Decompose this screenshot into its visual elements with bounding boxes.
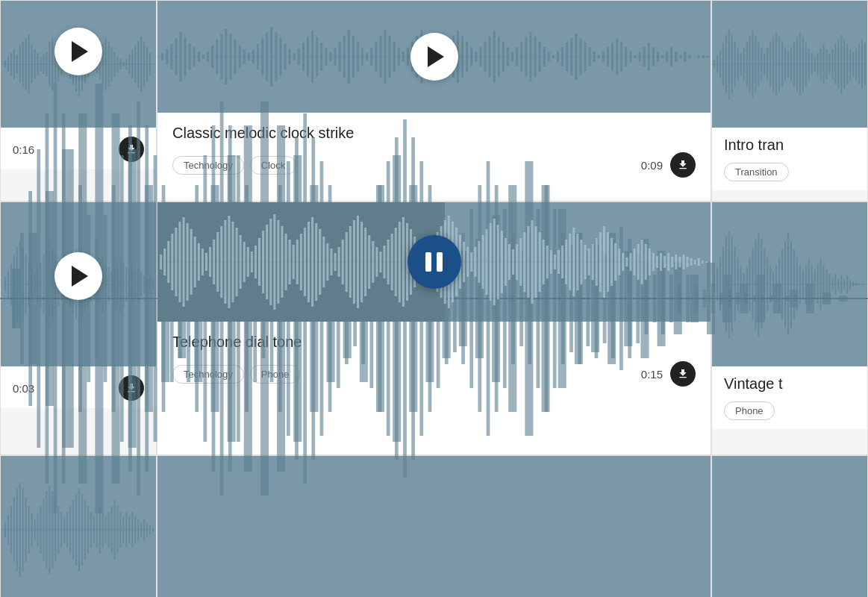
play-icon-r1-left [72, 41, 88, 62]
play-button-r2-left[interactable] [54, 252, 102, 300]
pause-icon-r2-center [425, 252, 443, 272]
pause-button-r2-center[interactable] [408, 235, 461, 289]
card-r3-right [711, 455, 868, 597]
play-icon-r1-center [428, 46, 444, 67]
pause-bar-left [425, 252, 431, 272]
waveform-svg-r3-right [711, 455, 868, 597]
sound-grid: 0:16 [0, 0, 868, 597]
waveform-r2-center [157, 202, 711, 322]
play-button-r1-center[interactable] [410, 33, 458, 81]
play-icon-r2-left [72, 266, 88, 287]
pause-bar-right [437, 252, 443, 272]
play-button-r1-left[interactable] [54, 28, 102, 75]
